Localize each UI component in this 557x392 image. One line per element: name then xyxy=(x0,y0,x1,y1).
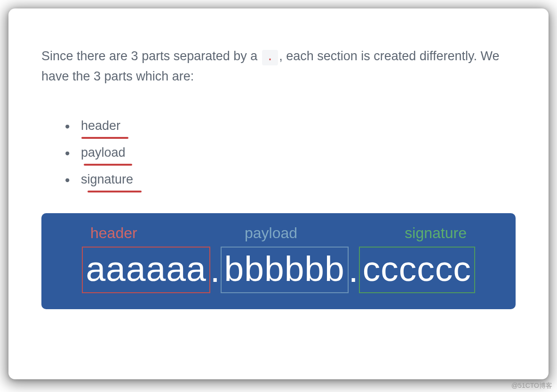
diagram-label-payload: payload xyxy=(245,224,297,242)
token-segment-header: aaaaaa xyxy=(82,247,210,293)
intro-paragraph: Since there are 3 parts separated by a .… xyxy=(41,46,516,87)
list-item-label: payload xyxy=(81,145,126,160)
list-item-payload: payload xyxy=(65,145,516,160)
diagram-label-header: header xyxy=(90,224,137,242)
list-item-header: header xyxy=(65,119,516,133)
document-card: Since there are 3 parts separated by a .… xyxy=(8,8,549,379)
list-item-signature: signature xyxy=(65,172,516,187)
watermark: @51CTO博客 xyxy=(511,382,552,390)
diagram-labels-row: header payload signature xyxy=(72,224,485,247)
token-diagram: header payload signature aaaaaa.bbbbbb.c… xyxy=(41,213,516,309)
token-segment-payload: bbbbbb xyxy=(221,247,349,293)
annotation-underline-icon xyxy=(81,137,128,139)
intro-before: Since there are 3 parts separated by a xyxy=(41,49,261,63)
diagram-label-signature: signature xyxy=(405,224,467,242)
inline-code-dot: . xyxy=(262,50,278,65)
token-separator: . xyxy=(349,252,359,288)
list-item-label: signature xyxy=(81,172,133,186)
token-separator: . xyxy=(210,252,221,288)
token-string-row: aaaaaa.bbbbbb.cccccc xyxy=(72,247,485,293)
parts-list: header payload signature xyxy=(65,119,516,187)
annotation-underline-icon xyxy=(88,191,142,192)
annotation-underline-icon xyxy=(84,164,132,166)
list-item-label: header xyxy=(81,119,120,133)
token-segment-signature: cccccc xyxy=(359,247,475,293)
